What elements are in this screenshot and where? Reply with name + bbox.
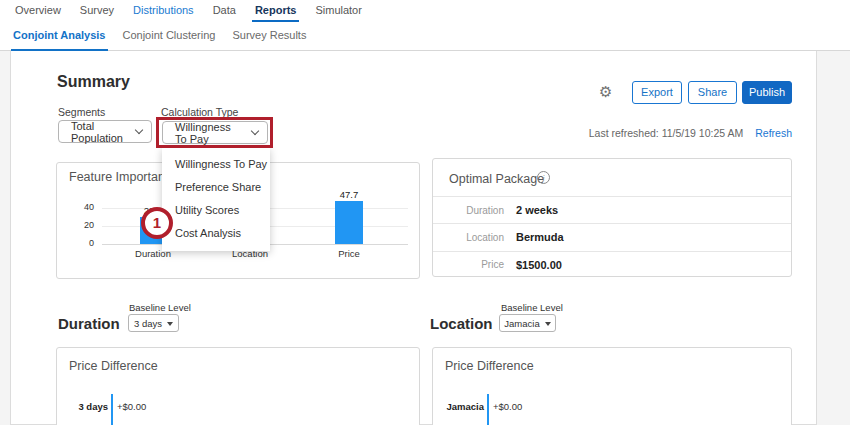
category-price: Price bbox=[319, 248, 379, 259]
publish-button[interactable]: Publish bbox=[742, 81, 792, 104]
row-value: 2 weeks bbox=[516, 204, 558, 216]
calculation-type-value: Willingness To Pay bbox=[175, 121, 244, 145]
menu-item-willingness-to-pay[interactable]: Willingness To Pay bbox=[162, 153, 270, 176]
nav-survey[interactable]: Survey bbox=[77, 0, 117, 22]
ytick-40: 40 bbox=[76, 202, 94, 212]
duration-baseline-value: 3 days bbox=[134, 318, 162, 329]
annotation-step-badge: 1 bbox=[141, 207, 173, 239]
optimal-package-header: Optimal Package i bbox=[433, 159, 791, 196]
calculation-type-select[interactable]: Willingness To Pay bbox=[162, 121, 268, 144]
calculation-type-label: Calculation Type bbox=[161, 106, 238, 118]
row-label: Price bbox=[433, 259, 516, 270]
chevron-down-icon bbox=[135, 126, 143, 134]
page-title: Summary bbox=[57, 73, 130, 91]
refresh-row: Last refreshed: 11/5/19 10:25 AMRefresh bbox=[432, 127, 792, 139]
caret-down-icon bbox=[167, 322, 173, 326]
segments-select[interactable]: Total Population bbox=[58, 120, 152, 143]
chevron-down-icon bbox=[251, 127, 259, 135]
nav-simulator[interactable]: Simulator bbox=[312, 0, 364, 22]
reports-sub-nav: Conjoint Analysis Conjoint Clustering Su… bbox=[11, 23, 308, 51]
refresh-link[interactable]: Refresh bbox=[755, 127, 792, 139]
ytick-20: 20 bbox=[76, 220, 94, 230]
nav-overview[interactable]: Overview bbox=[12, 0, 64, 22]
location-row-label: Jamacia bbox=[434, 401, 484, 412]
location-axis-line bbox=[487, 394, 489, 425]
tab-conjoint-clustering[interactable]: Conjoint Clustering bbox=[121, 23, 218, 51]
bar-price bbox=[335, 201, 363, 244]
optimal-package-title: Optimal Package bbox=[449, 172, 544, 186]
nav-distributions[interactable]: Distributions bbox=[130, 0, 197, 22]
duration-baseline-label: Baseline Level bbox=[129, 302, 191, 313]
row-value: $1500.00 bbox=[516, 259, 562, 271]
location-row-value: +$0.00 bbox=[493, 401, 522, 412]
optimal-package-row: Price $1500.00 bbox=[433, 251, 791, 278]
share-button[interactable]: Share bbox=[688, 81, 737, 104]
row-value: Bermuda bbox=[516, 231, 564, 243]
segments-value: Total Population bbox=[71, 120, 128, 144]
export-button[interactable]: Export bbox=[632, 81, 682, 104]
duration-price-difference-title: Price Difference bbox=[69, 359, 158, 373]
location-baseline-select[interactable]: Jamacia bbox=[499, 314, 556, 332]
optimal-package-row: Duration 2 weeks bbox=[433, 196, 791, 223]
gear-icon[interactable]: ⚙ bbox=[599, 84, 612, 100]
optimal-package-row: Location Bermuda bbox=[433, 223, 791, 250]
tab-conjoint-analysis[interactable]: Conjoint Analysis bbox=[11, 23, 108, 51]
nav-data[interactable]: Data bbox=[210, 0, 239, 22]
nav-reports[interactable]: Reports bbox=[252, 0, 300, 22]
navigation-bar: Overview Survey Distributions Data Repor… bbox=[0, 0, 850, 51]
caret-down-icon bbox=[545, 322, 551, 326]
row-label: Duration bbox=[433, 205, 516, 216]
location-baseline-label: Baseline Level bbox=[501, 302, 563, 313]
location-heading: Location bbox=[430, 315, 493, 332]
location-price-difference-title: Price Difference bbox=[445, 359, 534, 373]
info-icon[interactable]: i bbox=[537, 171, 550, 184]
menu-item-preference-share[interactable]: Preference Share bbox=[162, 176, 270, 199]
row-label: Location bbox=[433, 232, 516, 243]
duration-heading: Duration bbox=[58, 315, 120, 332]
segments-label: Segments bbox=[58, 106, 105, 118]
duration-row-label: 3 days bbox=[58, 401, 108, 412]
duration-baseline-select[interactable]: 3 days bbox=[128, 314, 179, 332]
location-baseline-value: Jamacia bbox=[504, 318, 539, 329]
duration-row-value: +$0.00 bbox=[117, 401, 146, 412]
bar-value-price: 47.7 bbox=[329, 189, 369, 200]
tab-survey-results[interactable]: Survey Results bbox=[230, 23, 308, 51]
calculation-type-menu: Willingness To Pay Preference Share Util… bbox=[162, 148, 270, 251]
optimal-package-card: Optimal Package i Duration 2 weeks Locat… bbox=[432, 158, 792, 277]
menu-item-cost-analysis[interactable]: Cost Analysis bbox=[162, 222, 270, 245]
menu-item-utility-scores[interactable]: Utility Scores bbox=[162, 199, 270, 222]
top-nav: Overview Survey Distributions Data Repor… bbox=[12, 0, 365, 22]
ytick-0: 0 bbox=[76, 238, 94, 248]
last-refreshed-text: Last refreshed: 11/5/19 10:25 AM bbox=[589, 127, 744, 139]
duration-axis-line bbox=[111, 394, 113, 425]
